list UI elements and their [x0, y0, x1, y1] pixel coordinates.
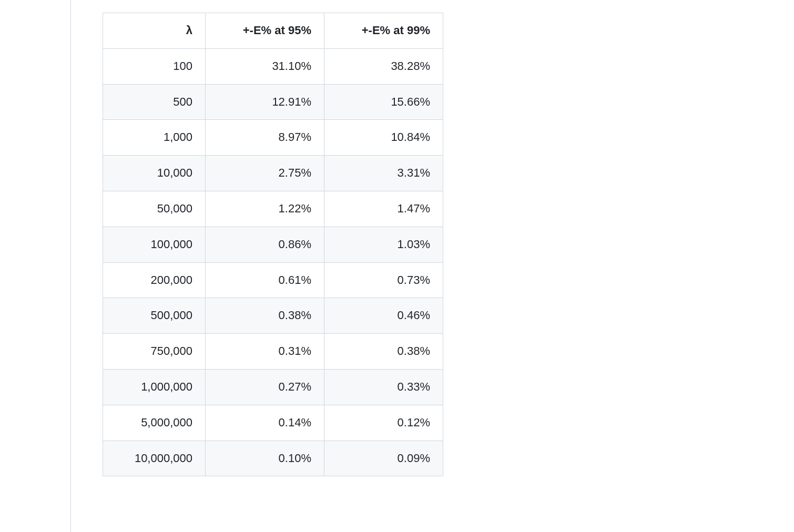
col-header-e95: +-E% at 95% [206, 13, 324, 49]
cell-e99: 10.84% [324, 120, 443, 156]
cell-lambda: 1,000,000 [103, 369, 206, 405]
cell-lambda: 200,000 [103, 262, 206, 298]
table-row: 10,000 2.75% 3.31% [103, 156, 443, 191]
cell-lambda: 50,000 [103, 191, 206, 227]
error-table: λ +-E% at 95% +-E% at 99% 100 31.10% 38.… [103, 13, 443, 476]
cell-lambda: 750,000 [103, 334, 206, 370]
cell-e99: 0.46% [324, 298, 443, 334]
cell-e99: 38.28% [324, 48, 443, 84]
cell-lambda: 10,000 [103, 156, 206, 191]
table-row: 500 12.91% 15.66% [103, 84, 443, 120]
cell-e95: 0.31% [206, 334, 324, 370]
cell-lambda: 1,000 [103, 120, 206, 156]
cell-lambda: 500 [103, 84, 206, 120]
table-row: 5,000,000 0.14% 0.12% [103, 405, 443, 441]
cell-e95: 0.38% [206, 298, 324, 334]
cell-e99: 15.66% [324, 84, 443, 120]
cell-e95: 12.91% [206, 84, 324, 120]
table-row: 50,000 1.22% 1.47% [103, 191, 443, 227]
cell-e99: 0.09% [324, 441, 443, 476]
table-header-row: λ +-E% at 95% +-E% at 99% [103, 13, 443, 49]
cell-lambda: 5,000,000 [103, 405, 206, 441]
cell-e95: 0.14% [206, 405, 324, 441]
cell-lambda: 100 [103, 48, 206, 84]
table-row: 100 31.10% 38.28% [103, 48, 443, 84]
table-row: 10,000,000 0.10% 0.09% [103, 441, 443, 476]
col-header-lambda: λ [103, 13, 206, 49]
cell-e95: 0.61% [206, 262, 324, 298]
cell-e99: 3.31% [324, 156, 443, 191]
table-row: 200,000 0.61% 0.73% [103, 262, 443, 298]
left-sidebar-divider [0, 0, 71, 532]
col-header-e99: +-E% at 99% [324, 13, 443, 49]
cell-lambda: 500,000 [103, 298, 206, 334]
cell-e95: 0.27% [206, 369, 324, 405]
table-row: 1,000,000 0.27% 0.33% [103, 369, 443, 405]
cell-e99: 1.03% [324, 227, 443, 262]
cell-e95: 1.22% [206, 191, 324, 227]
cell-e99: 0.12% [324, 405, 443, 441]
cell-e99: 1.47% [324, 191, 443, 227]
cell-e95: 31.10% [206, 48, 324, 84]
cell-e95: 0.10% [206, 441, 324, 476]
table-row: 1,000 8.97% 10.84% [103, 120, 443, 156]
table-row: 500,000 0.38% 0.46% [103, 298, 443, 334]
content-area: λ +-E% at 95% +-E% at 99% 100 31.10% 38.… [71, 0, 794, 532]
cell-e99: 0.73% [324, 262, 443, 298]
cell-e95: 2.75% [206, 156, 324, 191]
cell-e95: 8.97% [206, 120, 324, 156]
cell-e99: 0.38% [324, 334, 443, 370]
table-row: 750,000 0.31% 0.38% [103, 334, 443, 370]
cell-lambda: 10,000,000 [103, 441, 206, 476]
cell-lambda: 100,000 [103, 227, 206, 262]
cell-e95: 0.86% [206, 227, 324, 262]
table-row: 100,000 0.86% 1.03% [103, 227, 443, 262]
cell-e99: 0.33% [324, 369, 443, 405]
